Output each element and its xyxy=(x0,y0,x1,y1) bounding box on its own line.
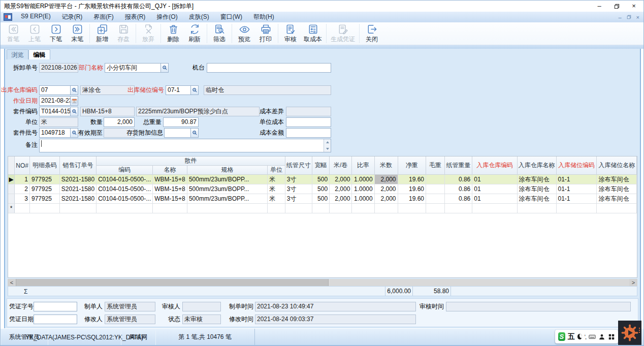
toolbar-button-add[interactable]: 新增 xyxy=(91,23,113,44)
cell-mpr[interactable]: 2,000 xyxy=(330,194,352,204)
cell-gross[interactable] xyxy=(426,194,445,204)
cell-gross[interactable] xyxy=(426,184,445,194)
mdi-close-button[interactable]: × xyxy=(636,14,639,20)
kit-code-lookup-button[interactable] xyxy=(70,107,78,116)
cell-spec[interactable]: 500mm/23um/BOPP... xyxy=(187,194,267,204)
cell-code[interactable]: C0104-015-0500-... xyxy=(96,194,153,204)
new-row[interactable]: * xyxy=(8,204,637,213)
out-location-lookup-button[interactable] xyxy=(190,86,198,95)
cell-in_loc_code[interactable]: 01-1 xyxy=(556,194,597,204)
cell-in_wh_code[interactable]: 01 xyxy=(472,184,517,194)
col-no[interactable]: NO# xyxy=(15,156,30,175)
col-code[interactable]: 编码 xyxy=(96,166,153,175)
cell-mpr[interactable]: 2,000 xyxy=(330,175,352,184)
cell-empty[interactable] xyxy=(517,204,556,213)
cell-empty[interactable] xyxy=(352,204,374,213)
cell-barcode[interactable]: 977925 xyxy=(29,194,59,204)
cell-empty[interactable] xyxy=(398,204,426,213)
cell-in_loc_name[interactable]: 涂布车间仓 xyxy=(597,194,637,204)
cell-empty[interactable] xyxy=(96,204,153,213)
cell-empty[interactable] xyxy=(597,204,637,213)
cell-ratio[interactable]: 1.0000 xyxy=(352,175,374,184)
cell-in_wh_code[interactable]: 01 xyxy=(472,175,517,184)
cell-spec[interactable]: 500mm/23um/BOPP... xyxy=(187,175,267,184)
cell-empty[interactable] xyxy=(312,204,329,213)
col-tube_w[interactable]: 纸管重量 xyxy=(444,156,472,175)
scroll-right-button[interactable]: > xyxy=(629,279,637,286)
menu-item[interactable]: 记录(R) xyxy=(56,13,88,21)
cell-empty[interactable] xyxy=(556,204,597,213)
cell-width[interactable]: 500 xyxy=(312,194,329,204)
table-row[interactable]: 2977925S2021-1580C0104-015-0500-...WBM-1… xyxy=(8,184,637,194)
cell-tube_w[interactable]: 0.86 xyxy=(444,184,472,194)
cell-tube[interactable]: 3寸 xyxy=(285,175,312,184)
work-date-calendar-button[interactable]: 31 xyxy=(70,97,78,105)
toolbar-button-print[interactable]: 打印 xyxy=(255,23,276,44)
cell-tube[interactable]: 3寸 xyxy=(285,184,312,194)
cell-unit[interactable]: 米 xyxy=(268,184,285,194)
ime-punctuation-toggle[interactable]: ’, xyxy=(585,334,587,340)
table-row[interactable]: ▶1977925S2021-1580C0104-015-0500-...WBM-… xyxy=(8,175,637,184)
toolbar-button-last[interactable]: 末笔 xyxy=(67,23,88,44)
cell-empty[interactable] xyxy=(374,204,398,213)
grid-horizontal-scrollbar[interactable]: < > xyxy=(8,279,637,286)
qty-field[interactable]: 2,000 xyxy=(104,117,135,127)
col-meters[interactable]: 米数 xyxy=(374,156,398,175)
cell-empty[interactable] xyxy=(153,204,187,213)
work-date-field[interactable]: 2021-08-23 31 xyxy=(39,96,78,106)
cell-net[interactable]: 19.60 xyxy=(398,175,426,184)
col-barcode[interactable]: 明细条码 xyxy=(29,156,59,175)
unit-cost-field[interactable] xyxy=(286,117,331,127)
cell-ratio[interactable]: 1.0000 xyxy=(352,194,374,204)
extra-info-lookup-button[interactable] xyxy=(190,129,198,137)
cell-empty[interactable] xyxy=(15,204,30,213)
col-order[interactable]: 销售订单号 xyxy=(59,156,96,175)
extra-info-field[interactable] xyxy=(164,128,199,138)
dept-lookup-button[interactable] xyxy=(160,64,168,72)
toolbar-button-closedoc[interactable]: 关闭 xyxy=(361,23,382,44)
kit-code-field[interactable]: T0144-015-2225 xyxy=(39,107,78,116)
toolbox-icon[interactable] xyxy=(608,333,615,340)
cell-mpr[interactable]: 2,000 xyxy=(330,184,352,194)
dept-combo[interactable]: 小分切车间 xyxy=(105,63,169,73)
cell-empty[interactable] xyxy=(330,204,352,213)
cell-order[interactable]: S2021-1580 xyxy=(59,175,96,184)
cell-empty[interactable] xyxy=(268,204,285,213)
table-row[interactable]: 3977925S2021-1580C0104-015-0500-...WBM-1… xyxy=(8,194,637,204)
toolbar-button-refresh[interactable]: 刷新 xyxy=(184,23,205,44)
cell-empty[interactable] xyxy=(29,204,59,213)
kit-batch-lookup-button[interactable] xyxy=(70,129,78,137)
cell-in_loc_name[interactable]: 涂布车间仓 xyxy=(597,184,637,194)
col-in_loc_code[interactable]: 入库储位编码 xyxy=(556,156,597,175)
cell-in_wh_name[interactable]: 涂布车间仓 xyxy=(517,184,556,194)
cell-meters[interactable]: 2,000 xyxy=(374,184,398,194)
cell-barcode[interactable]: 977925 xyxy=(29,175,59,184)
kit-batch-field[interactable]: 1049718 xyxy=(39,128,78,138)
cell-in_loc_code[interactable]: 01-1 xyxy=(556,184,597,194)
out-warehouse-field[interactable]: 07 xyxy=(39,85,78,95)
tab-browse[interactable]: 浏览 xyxy=(7,49,28,59)
cell-meters[interactable]: 2,000 xyxy=(374,175,398,184)
cell-empty[interactable] xyxy=(187,204,267,213)
cell-net[interactable]: 19.60 xyxy=(398,194,426,204)
remark-scrollbar[interactable] xyxy=(324,139,331,152)
cell-meters[interactable]: 2,000 xyxy=(374,194,398,204)
cell-barcode[interactable]: 977925 xyxy=(29,184,59,194)
col-net[interactable]: 净重 xyxy=(398,156,426,175)
scrollbar-thumb[interactable] xyxy=(16,279,329,286)
cell-spec[interactable]: 500mm/23um/BOPP... xyxy=(187,184,267,194)
col-spec[interactable]: 规格 xyxy=(187,166,267,175)
cell-name[interactable]: WBM-15+8 xyxy=(153,184,187,194)
cell-order[interactable]: S2021-1580 xyxy=(59,184,96,194)
menu-item[interactable]: S9 ERP(E) xyxy=(15,13,56,21)
cell-no[interactable]: 2 xyxy=(15,184,30,194)
minimize-button[interactable]: – xyxy=(591,1,608,12)
toolbar-button-filter[interactable]: 筛选 xyxy=(209,23,230,44)
cell-name[interactable]: WBM-15+8 xyxy=(153,194,187,204)
cell-unit[interactable]: 米 xyxy=(268,194,285,204)
close-button[interactable]: × xyxy=(625,1,642,12)
toolbar-button-cost[interactable]: 取成本 xyxy=(301,23,325,44)
col-gross[interactable]: 毛重 xyxy=(426,156,445,175)
col-name[interactable]: 名称 xyxy=(153,166,187,175)
toolbar-button-next[interactable]: 下笔 xyxy=(45,23,67,44)
